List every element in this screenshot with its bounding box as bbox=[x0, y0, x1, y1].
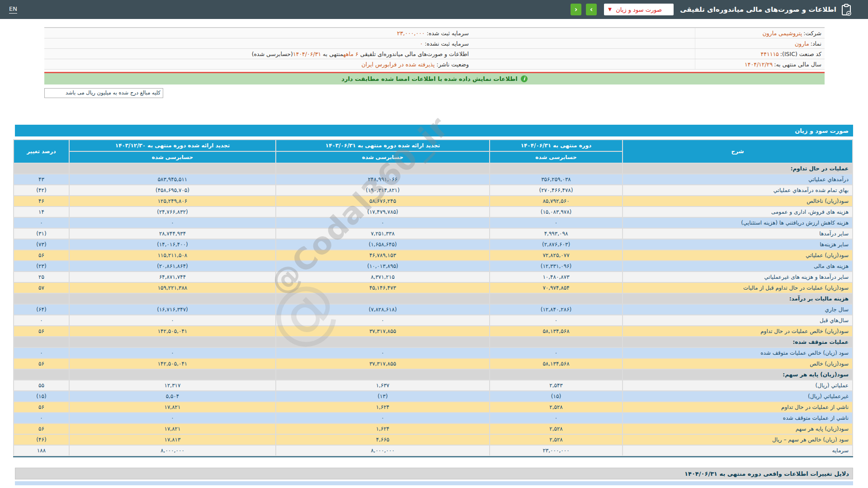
company-info-right-cell: کد صنعت (ISIC): ۴۴۱۱۱۵ bbox=[695, 49, 825, 59]
row-value: ۱,۶۲۴ bbox=[276, 402, 489, 412]
row-description: سرمايه bbox=[623, 446, 852, 455]
section-header-row: سود(زيان) پايه هر سهم: bbox=[14, 370, 852, 380]
row-value: ۰ bbox=[276, 413, 489, 423]
row-value: (۲۰,۸۶۱,۸۶۴) bbox=[70, 261, 275, 271]
row-value: ۱۴۲,۵۰۵,۰۴۱ bbox=[70, 326, 275, 336]
income-statement-section: صورت سود و زیان شرح دوره منتهی به ۱۴۰۴/۰… bbox=[15, 125, 853, 457]
statement-data-row: سود(زيان) خالص عمليات در حال تداوم۵۸,۱۳۴… bbox=[14, 326, 852, 336]
statement-data-row: سال‌هاي قبل۰۰۰۰ bbox=[14, 315, 852, 325]
row-value: ۵۶ bbox=[14, 326, 69, 336]
info-value: ۲۳,۰۰۰,۰۰۰ bbox=[397, 30, 425, 37]
statement-data-row: بهاي تمام شده درآمدهاي عملياتي(۲۷۰,۴۶۶,۴… bbox=[14, 185, 852, 195]
row-value: ۷۰,۹۷۴,۸۵۴ bbox=[490, 283, 622, 293]
row-value: ۶۴,۸۷۱,۷۴۴ bbox=[70, 272, 275, 282]
company-info-row: سال مالی منتهی به: ۱۴۰۴/۱۲/۲۹وضعیت ناشر:… bbox=[44, 59, 825, 70]
report-type-dropdown[interactable]: صورت سود و زیان ▼ bbox=[604, 4, 674, 15]
info-value: ۱۴۰۴/۰۶/۳۱ bbox=[293, 51, 321, 57]
info-value: ۴۴۱۱۱۵ bbox=[761, 51, 779, 57]
income-statement-table: شرح دوره منتهی به ۱۴۰۴/۰۶/۳۱ تجدید ارائه… bbox=[13, 139, 853, 457]
next-statement-button[interactable]: › bbox=[586, 4, 597, 15]
row-value: ۰ bbox=[14, 315, 69, 325]
top-bar: اطلاعات و صورت‌های مالی میاندوره‌ای تلفی… bbox=[0, 0, 868, 19]
signed-info-message-bar: i اطلاعات نمایش داده شده با اطلاعات امضا… bbox=[44, 72, 825, 84]
info-label: سرمایه ثبت نشده: bbox=[423, 40, 469, 47]
row-value: ۸,۰۰۰,۰۰۰ bbox=[70, 446, 275, 455]
statement-data-row: سال جاري(۱۲,۸۴۰,۲۸۶)(۷,۸۲۸,۶۱۸)(۱۶,۷۱۶,۳… bbox=[14, 305, 852, 314]
section-header-empty-cell bbox=[70, 294, 275, 304]
row-value: ۵۶ bbox=[14, 250, 69, 260]
statement-data-row: سود (زيان) خالص هر سهم – ريال۲,۵۲۸۴,۶۶۵۱… bbox=[14, 435, 852, 445]
section-header-empty-cell bbox=[490, 294, 622, 304]
statement-data-row: ناشي از عمليات متوقف شده۰۰۰۰ bbox=[14, 413, 852, 423]
company-info-left-cell: اطلاعات و صورت‌های مالی میاندوره‌ای تلفی… bbox=[44, 50, 469, 58]
company-info-right-cell: شرکت: پتروشیمی مارون bbox=[695, 28, 825, 38]
row-value: ۰ bbox=[14, 218, 69, 228]
row-value: ۵۸,۱۳۴,۵۶۸ bbox=[490, 359, 622, 369]
row-value: (۴۵۸,۶۹۵,۷۰۵) bbox=[70, 185, 275, 195]
info-value: پذیرفته شده در فرابورس ایران bbox=[361, 61, 434, 68]
section-header-empty-cell bbox=[70, 337, 275, 347]
previous-statement-button[interactable]: ‹ bbox=[571, 4, 581, 15]
row-value: (۱۵) bbox=[14, 391, 69, 401]
income-statement-header: شرح دوره منتهی به ۱۴۰۴/۰۶/۳۱ تجدید ارائه… bbox=[14, 140, 852, 163]
row-value: ۰ bbox=[14, 413, 69, 423]
section-header-empty-cell bbox=[14, 370, 69, 380]
row-value: ۷۲,۸۲۵,۰۷۷ bbox=[490, 250, 622, 260]
section-header-empty-cell bbox=[276, 337, 489, 347]
info-label: (حسابرسی شده) bbox=[252, 51, 293, 57]
row-value: ۱۴۲,۵۰۵,۰۴۱ bbox=[70, 359, 275, 369]
row-value: (۷,۸۲۸,۶۱۸) bbox=[276, 305, 489, 314]
row-value: ۴۶ bbox=[14, 196, 69, 206]
next-table-row-cutoff bbox=[15, 481, 853, 485]
row-value: ۰ bbox=[490, 413, 622, 423]
row-value: ۵۶ bbox=[14, 424, 69, 434]
clipboard-report-icon bbox=[841, 4, 852, 16]
row-description: غيرعملياتي (ريال) bbox=[623, 391, 852, 401]
page-title: اطلاعات و صورت‌های مالی میاندوره‌ای تلفی… bbox=[680, 5, 836, 14]
row-value: ۰ bbox=[490, 315, 622, 325]
row-value: ۰ bbox=[70, 348, 275, 358]
row-value: ۴۵,۱۴۶,۴۷۳ bbox=[276, 283, 489, 293]
section-header-label: هزينه ماليات بر درآمد: bbox=[623, 294, 852, 304]
row-description: سود(زيان) پايه هر سهم bbox=[623, 424, 852, 434]
statement-data-row: سود(زيان) عمليات در حال تداوم قبل از مال… bbox=[14, 283, 852, 293]
income-statement-title-bar: صورت سود و زیان bbox=[15, 125, 853, 136]
row-description: ساير هزينه‌ها bbox=[623, 239, 852, 249]
statement-data-row: ساير درآمدها و هزينه هاى غيرعملياتي۱۰,۴۸… bbox=[14, 272, 852, 282]
info-value: ۱۴۰۴/۱۲/۲۹ bbox=[745, 61, 773, 68]
section-header-row: عملیات در حال تداوم: bbox=[14, 164, 852, 174]
row-value: (۱۵) bbox=[490, 391, 622, 401]
row-value: (۲۴,۷۶۶,۸۳۲) bbox=[70, 207, 275, 217]
row-value: ۰ bbox=[276, 315, 489, 325]
row-value: (۱۷,۴۷۹,۷۸۵) bbox=[276, 207, 489, 217]
row-value: ۱,۶۳۷ bbox=[276, 380, 489, 390]
row-value: (۱۳) bbox=[276, 391, 489, 401]
row-description: درآمدهاي عملياتي bbox=[623, 174, 852, 184]
row-value: (۶۴) bbox=[14, 305, 69, 314]
row-value: ۳۷,۳۱۷,۸۵۵ bbox=[276, 359, 489, 369]
row-value: (۱۰,۰۱۳,۸۹۵) bbox=[276, 261, 489, 271]
row-value: ۱۲۵,۲۴۹,۸۰۶ bbox=[70, 196, 275, 206]
info-label: اطلاعات و صورت‌های مالی میاندوره‌ای تلفی… bbox=[359, 51, 469, 57]
info-value: مارون bbox=[795, 40, 809, 47]
row-value: ۱۷,۸۱۳ bbox=[70, 435, 275, 445]
statement-data-row: هزينه هاى فروش، ادارى و عمومى(۱۵,۰۸۳,۹۷۸… bbox=[14, 207, 852, 217]
statement-data-row: سود (زيان) خالص عمليات متوقف شده۰۰۰۰ bbox=[14, 348, 852, 358]
info-label: نماد: bbox=[811, 40, 821, 47]
col-subheader-audited-3: حسابرسی شده bbox=[70, 152, 275, 163]
row-value: ۲,۵۲۸ bbox=[490, 435, 622, 445]
row-value: ۰ bbox=[14, 348, 69, 358]
company-info-right-cell: نماد: مارون bbox=[695, 38, 825, 48]
row-description: سود(زيان) ناخالص bbox=[623, 196, 852, 206]
info-value: ۰ bbox=[420, 40, 423, 47]
chevron-down-icon: ▼ bbox=[608, 7, 612, 12]
col-subheader-audited-2: حسابرسی شده bbox=[276, 152, 489, 163]
row-value: ۱۸۸ bbox=[14, 446, 69, 455]
row-value: ۵۸۳,۹۴۵,۵۱۱ bbox=[70, 174, 275, 184]
row-value: (۴۲) bbox=[14, 185, 69, 195]
col-header-description: شرح bbox=[623, 140, 852, 163]
row-value: ۴,۶۶۵ bbox=[276, 435, 489, 445]
statement-data-row: سود(زيان) پايه هر سهم۲,۵۲۸۱,۶۲۴۱۷,۸۲۱۵۶ bbox=[14, 424, 852, 434]
row-value: ۰ bbox=[276, 218, 489, 228]
language-toggle-en[interactable]: EN bbox=[9, 5, 17, 14]
